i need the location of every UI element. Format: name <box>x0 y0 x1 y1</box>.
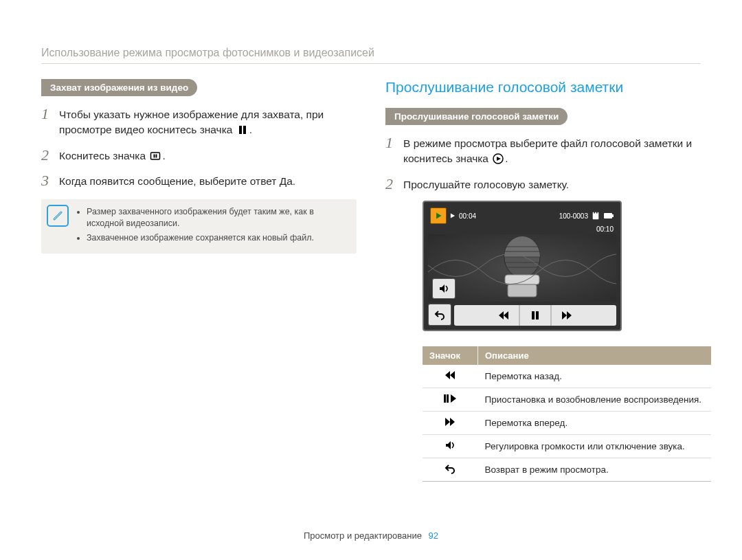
step-text: В режиме просмотра выберите файл голосов… <box>403 135 701 169</box>
step-text: Когда появится сообщение, выберите ответ… <box>59 172 295 189</box>
play-circle-icon <box>493 153 504 168</box>
pause-icon <box>237 124 248 139</box>
forward-icon <box>445 419 456 429</box>
pause-play-icon <box>443 396 457 406</box>
note-item: Размер захваченного изображения будет та… <box>87 206 350 229</box>
step-number: 1 <box>385 135 403 151</box>
capture-icon <box>150 150 161 166</box>
table-row: Возврат в режим просмотра. <box>423 458 711 482</box>
table-row: Перемотка назад. <box>423 365 711 388</box>
table-row: Приостановка и возобновление воспроизвед… <box>423 388 711 412</box>
memory-icon <box>592 212 600 220</box>
player-forward-button[interactable] <box>551 305 582 326</box>
step-text: Прослушайте голосовую заметку. <box>403 176 569 192</box>
step-text: Коснитесь значка . <box>59 147 166 166</box>
right-pill-heading: Прослушивание голосовой заметки <box>385 108 567 125</box>
player-elapsed: 00:04 <box>459 212 476 220</box>
player-file-index: 100-0003 <box>559 212 588 220</box>
page-footer: Просмотр и редактирование 92 <box>0 530 742 541</box>
right-steps: 1 В режиме просмотра выберите файл голос… <box>385 135 701 192</box>
icon-legend-table: Значок Описание Перемотка назад. Приоста… <box>423 346 711 482</box>
left-steps: 1 Чтобы указать нужное изображение для з… <box>41 106 357 190</box>
legend-col-desc: Описание <box>478 346 712 365</box>
left-pill-heading: Захват изображения из видео <box>41 79 197 96</box>
step-number: 2 <box>41 147 59 164</box>
note-box: Размер захваченного изображения будет та… <box>41 199 357 254</box>
table-row: Перемотка вперед. <box>423 412 711 435</box>
back-icon <box>445 466 456 476</box>
player-rewind-button[interactable] <box>488 305 519 326</box>
table-row: Регулировка громкости или отключение зву… <box>423 435 711 458</box>
rewind-icon <box>445 372 456 383</box>
player-volume-button[interactable] <box>432 278 456 299</box>
player-total: 00:10 <box>428 225 616 233</box>
player-back-button[interactable] <box>428 304 451 326</box>
right-heading: Прослушивание голосовой заметки <box>385 79 701 96</box>
right-column: Прослушивание голосовой заметки Прослуши… <box>385 79 701 482</box>
step-text: Чтобы указать нужное изображение для зах… <box>59 106 357 140</box>
volume-icon <box>445 443 456 453</box>
page-number: 92 <box>429 530 438 541</box>
section-header: Использование режима просмотра фотоснимк… <box>41 47 701 64</box>
step-number: 1 <box>41 106 59 122</box>
voice-memo-player: 00:04 100-0003 00:10 <box>423 201 622 331</box>
legend-col-icon: Значок <box>423 346 478 365</box>
player-waveform <box>428 234 616 302</box>
player-thumbnail-play-icon[interactable] <box>430 208 447 224</box>
battery-icon <box>603 212 614 220</box>
step-number: 3 <box>41 172 59 189</box>
play-indicator-icon <box>450 212 456 219</box>
step-number: 2 <box>385 176 403 192</box>
note-icon <box>47 205 69 227</box>
left-column: Захват изображения из видео 1 Чтобы указ… <box>41 79 357 482</box>
player-pause-button[interactable] <box>519 305 551 326</box>
note-item: Захваченное изображение сохраняется как … <box>87 232 350 244</box>
